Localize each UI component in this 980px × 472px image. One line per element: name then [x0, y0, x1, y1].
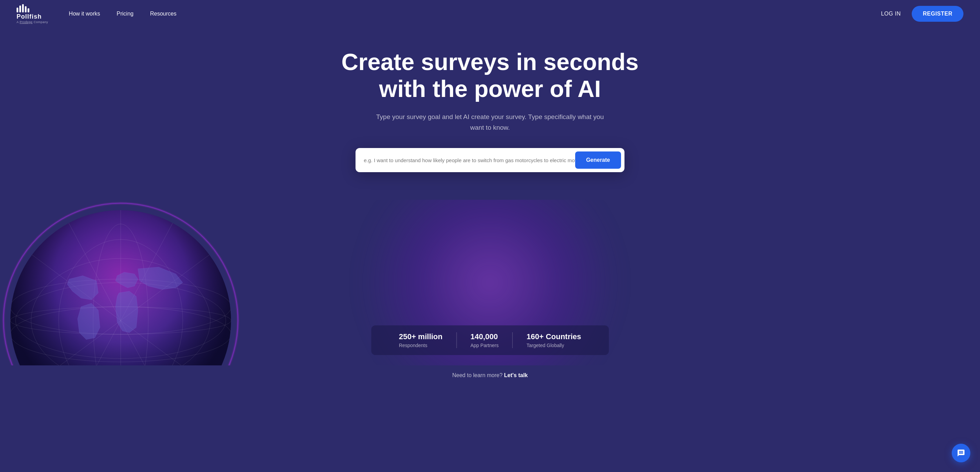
- bar5: [28, 8, 29, 13]
- stat-countries-label: Targeted Globally: [527, 343, 564, 348]
- bar3: [22, 4, 24, 13]
- stat-respondents: 250+ million Respondents: [385, 332, 457, 348]
- nav-resources[interactable]: Resources: [150, 11, 176, 17]
- survey-input-box: Generate: [356, 148, 624, 172]
- cta-link[interactable]: Let's talk: [504, 372, 528, 378]
- bottom-cta: Need to learn more? Let's talk: [0, 365, 980, 385]
- company-label: A Prodege Company: [17, 20, 48, 24]
- stat-respondents-label: Respondents: [399, 343, 428, 348]
- stat-respondents-number: 250+ million: [399, 332, 443, 341]
- stats-bar: 250+ million Respondents 140,000 App Par…: [371, 325, 609, 355]
- hero-section: Create surveys in seconds with the power…: [0, 28, 980, 200]
- nav-pricing[interactable]: Pricing: [116, 11, 134, 17]
- hero-title: Create surveys in seconds with the power…: [335, 48, 645, 102]
- register-button[interactable]: REGISTER: [912, 6, 963, 22]
- navbar: Pollfish A Prodege Company How it works …: [0, 0, 980, 28]
- stat-countries: 160+ Countries Targeted Globally: [512, 332, 595, 348]
- logo-text: Pollfish: [17, 13, 42, 20]
- login-button[interactable]: LOG IN: [881, 11, 901, 17]
- globe-svg: [0, 200, 241, 365]
- generate-button[interactable]: Generate: [575, 151, 621, 169]
- bar1: [17, 8, 18, 13]
- nav-how-it-works[interactable]: How it works: [69, 11, 100, 17]
- bar2: [19, 6, 21, 13]
- stat-partners-number: 140,000: [470, 332, 498, 341]
- survey-input[interactable]: [364, 157, 575, 163]
- nav-links: How it works Pricing Resources: [69, 11, 881, 17]
- stat-partners: 140,000 App Partners: [456, 332, 512, 348]
- chat-icon: [957, 449, 965, 457]
- logo[interactable]: Pollfish A Prodege Company: [17, 4, 48, 24]
- nav-actions: LOG IN REGISTER: [881, 6, 963, 22]
- cta-text: Need to learn more?: [452, 372, 503, 378]
- hero-subtitle: Type your survey goal and let AI create …: [373, 112, 607, 133]
- stat-countries-number: 160+ Countries: [527, 332, 581, 341]
- chat-bubble[interactable]: [952, 444, 970, 462]
- stat-partners-label: App Partners: [470, 343, 499, 348]
- bar4: [25, 6, 27, 13]
- logo-icon: [17, 4, 29, 13]
- globe-section: 250+ million Respondents 140,000 App Par…: [0, 200, 980, 365]
